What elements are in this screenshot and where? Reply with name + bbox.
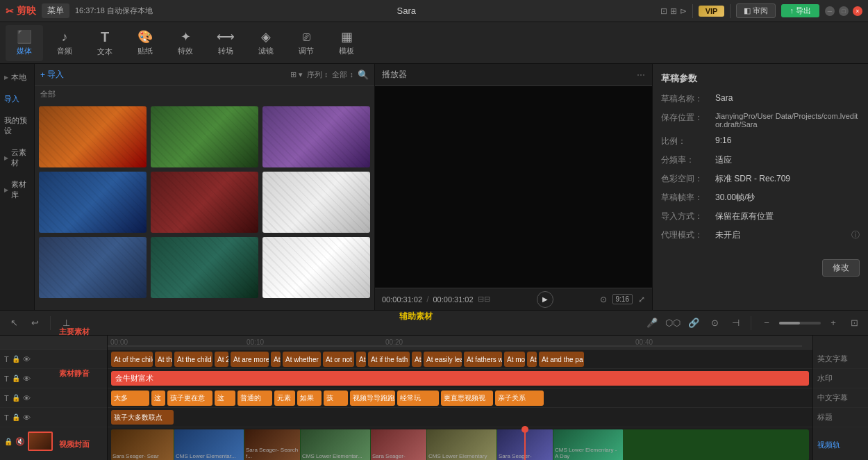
clip-cn-9[interactable]: 视频导导跑跑 <box>350 391 395 406</box>
clip-cn-2[interactable]: 这 <box>151 391 165 406</box>
lock-icon-5[interactable]: 🔒 <box>4 438 12 445</box>
clip-en-11[interactable]: At <box>412 352 422 367</box>
clip-en-4[interactable]: At 2 <box>215 352 228 367</box>
import-button[interactable]: + 导入 <box>40 69 64 81</box>
proxy-info-icon[interactable]: ⓘ <box>851 229 860 241</box>
tool-transition[interactable]: ⟷ 转场 <box>207 25 244 61</box>
eye-icon-4[interactable]: 👁 <box>23 413 31 422</box>
eye-icon-1[interactable]: 👁 <box>23 355 31 363</box>
tool-effect[interactable]: ✦ 特效 <box>167 25 204 61</box>
preview-more-icon[interactable]: ⋯ <box>637 70 645 80</box>
media-thumb-2[interactable] <box>151 106 258 167</box>
record-button[interactable]: 🎤 <box>644 315 660 331</box>
play-button[interactable]: ▶ <box>537 291 553 308</box>
sidebar-item-my-preset[interactable]: 我的预设 <box>0 110 34 142</box>
tool-audio[interactable]: ♪ 音频 <box>46 25 83 61</box>
lock-icon-1[interactable]: 🔒 <box>12 355 20 363</box>
clip-cn-1[interactable]: 大多 <box>111 391 149 406</box>
eye-icon-2[interactable]: 👁 <box>23 375 31 383</box>
clip-en-12[interactable]: At easily lea <box>424 352 462 367</box>
view-toggle[interactable]: ⊞ ▾ <box>290 70 303 79</box>
clip-en-9[interactable]: At <box>356 352 366 367</box>
main-clip[interactable]: 金牛财富术 <box>111 371 809 386</box>
maximize-button[interactable]: □ <box>839 6 849 16</box>
link-button[interactable]: 🔗 <box>685 315 702 331</box>
search-button[interactable]: 🔍 <box>358 69 369 80</box>
export-button[interactable]: ↑ 导出 <box>781 4 819 17</box>
tool-sticker[interactable]: 🎨 贴纸 <box>126 25 164 61</box>
clip-cn-6[interactable]: 元素 <box>274 391 295 406</box>
clip-cn-5[interactable]: 普通的 <box>237 391 272 406</box>
clip-en-10[interactable]: At if the fath <box>368 352 410 367</box>
review-button[interactable]: ◧ 审阅 <box>736 3 776 18</box>
fit-button[interactable]: ⊡ <box>846 315 862 331</box>
filter-icon: ◈ <box>261 29 271 44</box>
sidebar-item-library[interactable]: ▶ 素材库 <box>0 174 34 206</box>
tool-filter[interactable]: ◈ 滤镜 <box>247 25 285 61</box>
clip-cn-8[interactable]: 孩 <box>324 391 348 406</box>
select-tool[interactable]: ↖ <box>6 315 22 331</box>
screenshot-icon[interactable]: ⊙ <box>600 295 607 304</box>
split-button2[interactable]: ⊣ <box>727 315 744 331</box>
close-button[interactable]: × <box>853 6 862 16</box>
zoom-in-button[interactable]: + <box>825 315 842 331</box>
zoom-out-button[interactable]: − <box>758 315 775 331</box>
filter-all-button[interactable]: 全部 ↕ <box>332 69 353 80</box>
track-main[interactable]: 金牛财富术 <box>108 369 812 388</box>
media-thumb-5[interactable] <box>151 172 258 233</box>
minimize-button[interactable]: ─ <box>825 6 835 16</box>
media-thumb-7[interactable] <box>39 237 147 298</box>
media-thumb-9[interactable] <box>262 237 370 298</box>
track-title[interactable]: 孩子大多数联点 <box>108 408 812 427</box>
clip-en-3[interactable]: At the child <box>174 352 212 367</box>
track-video[interactable]: Sara Seager- Sear CMS Lower Elementar...… <box>108 427 812 460</box>
tool-adjust[interactable]: ⎚ 调节 <box>287 25 325 61</box>
sidebar-item-cloud[interactable]: ▶ 云素材 <box>0 142 34 174</box>
clip-en-2[interactable]: At th <box>155 352 172 367</box>
lock-icon-2[interactable]: 🔒 <box>12 375 20 382</box>
clip-en-7[interactable]: At whether I <box>283 352 321 367</box>
zoom-slider[interactable] <box>779 322 821 325</box>
unlink-button[interactable]: ⊙ <box>706 315 723 331</box>
eye-icon-3[interactable]: 👁 <box>23 394 31 402</box>
fullscreen-icon[interactable]: ⤢ <box>638 295 645 304</box>
media-thumb-6[interactable] <box>262 172 370 233</box>
tool-media[interactable]: ⬛ 媒体 <box>6 25 43 61</box>
clip-en-13[interactable]: At fathers w <box>464 352 502 367</box>
clip-en-8[interactable]: At or not <box>323 352 354 367</box>
menu-button[interactable]: 菜单 <box>42 3 69 18</box>
clip-cn-12[interactable]: 亲子关系 <box>495 391 544 406</box>
total-time: 00:00:31:02 <box>433 295 473 304</box>
media-thumb-3[interactable] <box>262 106 370 167</box>
modify-button[interactable]: 修改 <box>822 259 860 277</box>
clip-en-15[interactable]: At <box>527 352 537 367</box>
link-clips-button[interactable]: ⬡⬡ <box>665 315 681 331</box>
track-subtitle-cn[interactable]: 大多 这 孩子更在意 这 普通的 元素 如果 孩 视频导导跑跑 经常玩 更直思视… <box>108 388 812 408</box>
lock-icon-3[interactable]: 🔒 <box>12 394 20 402</box>
track-subtitle-en[interactable]: At of the child At th At the child At 2 … <box>108 350 812 369</box>
clip-en-16[interactable]: At and the pa <box>539 352 584 367</box>
tool-text[interactable]: T 文本 <box>86 25 124 61</box>
clip-cn-11[interactable]: 更直思视频视 <box>441 391 493 406</box>
clip-cn-3[interactable]: 孩子更在意 <box>167 391 212 406</box>
tool-template[interactable]: ▦ 模板 <box>328 25 365 61</box>
media-thumb-1[interactable] <box>39 106 147 167</box>
volume-icon[interactable]: 🔇 <box>15 437 25 446</box>
undo-button[interactable]: ↩ <box>26 315 43 331</box>
clip-cn-10[interactable]: 经常玩 <box>397 391 439 406</box>
vip-button[interactable]: VIP <box>699 6 725 17</box>
clip-en-1[interactable]: At of the child <box>111 352 153 367</box>
sidebar-item-import[interactable]: 导入 <box>0 88 34 110</box>
clip-cn-7[interactable]: 如果 <box>297 391 322 406</box>
clip-en-6[interactable]: At <box>271 352 281 367</box>
media-thumb-4[interactable] <box>39 172 147 233</box>
split-tool[interactable]: ⊥ <box>58 315 74 331</box>
sort-button[interactable]: 序列 ↕ <box>307 69 328 80</box>
clip-en-5[interactable]: At are more u <box>231 352 269 367</box>
clip-cn-4[interactable]: 这 <box>215 391 235 406</box>
lock-icon-4[interactable]: 🔒 <box>12 413 20 421</box>
media-thumb-8[interactable] <box>151 237 258 298</box>
sidebar-item-local[interactable]: ▶ 本地 <box>0 67 34 88</box>
clip-en-14[interactable]: At more <box>504 352 525 367</box>
title-clip[interactable]: 孩子大多数联点 <box>111 410 174 425</box>
